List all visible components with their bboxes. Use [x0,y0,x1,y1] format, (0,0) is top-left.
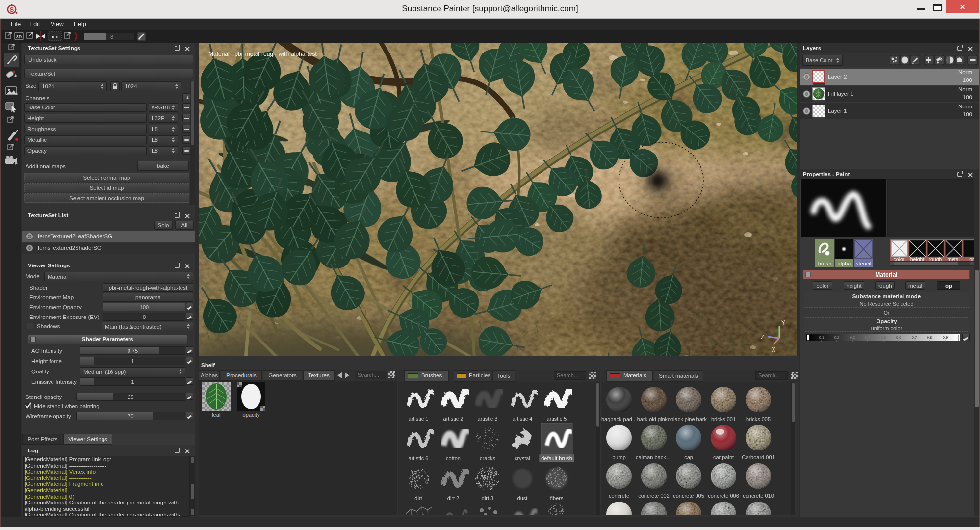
svg-text:car paint: car paint [713,454,734,460]
svg-text:height: height [910,256,925,261]
svg-text:concrete 006: concrete 006 [708,493,739,499]
svg-text:Carboard 001: Carboard 001 [742,454,774,460]
svg-text:artistic 1: artistic 1 [409,416,429,422]
svg-text:0.7: 0.7 [912,335,917,340]
svg-text:0.9: 0.9 [943,335,948,340]
svg-text:3D: 3D [16,34,22,39]
svg-text:0.5: 0.5 [881,335,886,340]
svg-text:0.8: 0.8 [927,335,932,340]
svg-text:0.1: 0.1 [819,335,824,340]
svg-text:bricks 005: bricks 005 [746,416,771,422]
svg-text:default brush: default brush [541,455,572,461]
svg-text:bricks 001: bricks 001 [711,416,736,422]
svg-text:color: color [894,256,905,261]
svg-text:X: X [772,346,775,353]
svg-text:0.4: 0.4 [865,335,870,340]
svg-text:0.6: 0.6 [896,335,901,340]
svg-text:artistic 2: artistic 2 [443,416,464,422]
svg-text:dirt 3: dirt 3 [482,495,493,501]
svg-text:x x: x x [52,34,58,39]
svg-text:artistic 6: artistic 6 [409,455,429,461]
svg-text:caiman back ...: caiman back ... [636,454,672,460]
svg-text:Y: Y [781,319,785,326]
svg-text:0.3: 0.3 [850,335,855,340]
svg-text:bump: bump [612,454,626,460]
svg-text:Material - pbr-metal-rough-wit: Material - pbr-metal-rough-with-alpha-te… [208,51,317,57]
svg-text:0.2: 0.2 [834,335,839,340]
svg-text:concrete: concrete [609,493,629,499]
svg-text:artistic 3: artistic 3 [478,416,498,422]
svg-text:bark old ginko: bark old ginko [637,416,671,422]
svg-text:artistic 5: artistic 5 [547,416,567,422]
svg-text:cap: cap [684,454,693,460]
svg-text:black pine bark: black pine bark [671,416,707,422]
svg-text:rough: rough [929,256,942,261]
svg-text:metal: metal [947,256,960,261]
svg-text:concrete 002: concrete 002 [638,493,670,499]
svg-text:bagpack pad...: bagpack pad... [601,416,637,422]
svg-text:dirt: dirt [414,495,422,501]
svg-text:cotton: cotton [446,455,461,461]
svg-text:8: 8 [110,34,113,40]
svg-text:op: op [969,256,974,261]
svg-text:fibers: fibers [550,495,564,501]
svg-text:cracks: cracks [480,455,495,461]
svg-text:crystal: crystal [515,455,530,461]
svg-text:artistic 4: artistic 4 [513,416,533,422]
svg-text:concrete 010: concrete 010 [743,493,774,499]
svg-text:Z: Z [761,334,764,341]
svg-text:concrete 005: concrete 005 [673,493,704,499]
svg-text:dust: dust [517,495,528,501]
svg-text:dirt 2: dirt 2 [447,495,459,501]
